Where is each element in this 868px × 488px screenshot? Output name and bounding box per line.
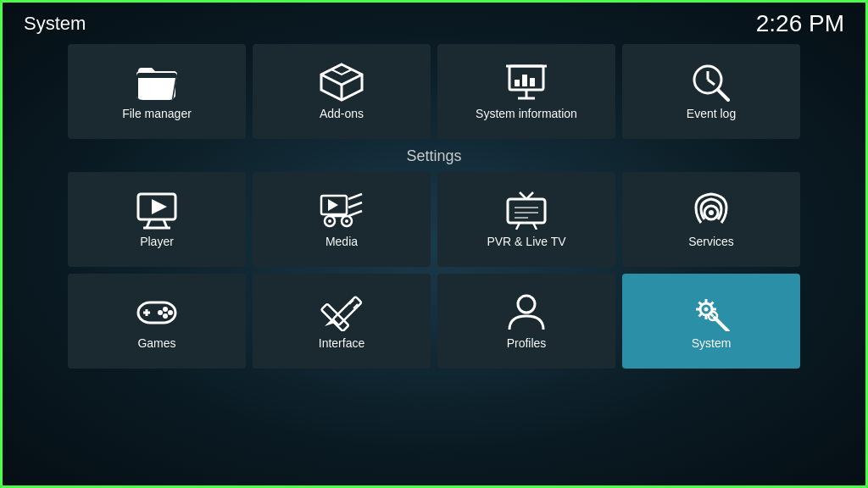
svg-point-51 [518, 296, 535, 313]
tile-games-label: Games [137, 336, 175, 350]
svg-marker-18 [152, 199, 167, 214]
svg-point-42 [163, 307, 168, 312]
page-title: System [24, 13, 86, 35]
tile-media-label: Media [326, 235, 358, 248]
presentation-icon [504, 63, 548, 102]
svg-point-38 [709, 210, 714, 215]
tile-profiles[interactable]: Profiles [437, 274, 615, 369]
tile-file-manager-label: File manager [122, 107, 192, 120]
tile-interface[interactable]: Interface [253, 274, 431, 369]
tile-games[interactable]: Games [68, 274, 246, 369]
tile-services[interactable]: Services [622, 172, 800, 267]
person-icon [504, 292, 548, 331]
gear-wrench-icon [689, 292, 733, 331]
tile-event-log[interactable]: Event log [622, 44, 800, 139]
tile-add-ons[interactable]: Add-ons [253, 44, 431, 139]
tile-pvr-live-tv[interactable]: PVR & Live TV [437, 172, 615, 267]
svg-point-25 [328, 219, 331, 223]
clock-search-icon [689, 63, 733, 102]
svg-point-45 [158, 310, 163, 315]
tile-system-label: System [692, 336, 732, 350]
settings-row-2: Games Interface Profiles [0, 274, 868, 369]
tile-player[interactable]: Player [68, 172, 246, 267]
svg-line-23 [348, 211, 362, 216]
monitor-play-icon [135, 191, 179, 230]
svg-line-11 [708, 80, 715, 85]
box-icon [320, 63, 364, 102]
tile-services-label: Services [688, 235, 734, 248]
tile-interface-label: Interface [319, 336, 364, 350]
svg-point-43 [168, 310, 173, 315]
tile-add-ons-label: Add-ons [320, 107, 364, 120]
tile-media[interactable]: Media [253, 172, 431, 267]
settings-section-label: Settings [0, 139, 868, 172]
svg-rect-48 [333, 297, 362, 325]
top-row: File manager Add-ons System information [0, 44, 868, 139]
tile-system-information[interactable]: System information [437, 44, 615, 139]
pencil-ruler-icon [320, 292, 364, 331]
svg-line-22 [348, 202, 362, 208]
svg-marker-20 [328, 199, 338, 211]
podcast-icon [689, 191, 733, 230]
folder-icon [135, 63, 179, 102]
svg-point-44 [163, 313, 168, 319]
svg-line-61 [699, 314, 702, 317]
tile-file-manager[interactable]: File manager [68, 44, 246, 139]
tile-event-log-label: Event log [687, 107, 736, 120]
tile-pvr-live-tv-label: PVR & Live TV [487, 235, 565, 248]
svg-line-21 [348, 194, 362, 199]
media-icon [320, 191, 364, 230]
gamepad-icon [135, 292, 179, 331]
svg-rect-8 [530, 78, 535, 86]
svg-point-13 [719, 91, 721, 92]
svg-rect-6 [515, 80, 520, 86]
svg-point-27 [345, 219, 348, 223]
svg-point-53 [704, 308, 709, 312]
tv-icon [504, 191, 548, 230]
tile-system[interactable]: System [622, 274, 800, 369]
settings-row-1: Player Media P [0, 172, 868, 267]
clock: 2:26 PM [756, 10, 844, 37]
svg-line-58 [699, 302, 702, 305]
tile-system-information-label: System information [476, 107, 577, 120]
tile-player-label: Player [140, 235, 174, 248]
tile-profiles-label: Profiles [507, 336, 547, 350]
svg-rect-29 [508, 199, 545, 223]
svg-line-60 [711, 302, 714, 305]
svg-line-59 [711, 314, 714, 317]
svg-rect-7 [522, 75, 527, 86]
